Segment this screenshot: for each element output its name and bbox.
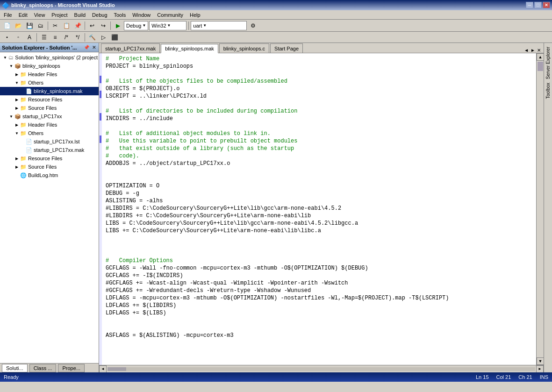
tb2-outdent[interactable]: ≡ — [50, 32, 60, 43]
expand-solution[interactable]: ▼ — [3, 56, 8, 60]
tab-blinky-mak[interactable]: blinky_spinloops.mak — [161, 44, 218, 53]
se-close-button[interactable]: ✕ — [91, 45, 97, 50]
hscroll-left-btn[interactable]: ◄ — [99, 365, 107, 373]
scroll-thumb[interactable] — [538, 62, 543, 71]
code-line-17 — [106, 175, 109, 182]
hscroll-right-btn[interactable]: ► — [536, 365, 544, 373]
expand-proj1[interactable]: ▼ — [8, 64, 14, 68]
menu-edit[interactable]: Edit — [16, 11, 30, 19]
status-ch: Ch 21 — [518, 374, 532, 380]
target-dropdown[interactable]: uart ▼ — [191, 21, 247, 30]
menu-community[interactable]: Community — [154, 11, 186, 19]
server-explorer-tab[interactable]: Server Explorer — [545, 45, 552, 81]
code-line-28: # Compiler Options — [106, 257, 173, 264]
tree-item-proj1[interactable]: ▼ 📦 blinky_spinloops — [0, 62, 99, 70]
tab-class[interactable]: Class ... — [29, 364, 57, 372]
tb2-btn3[interactable]: A — [24, 32, 35, 43]
platform-dropdown[interactable]: Win32 ▼ — [149, 21, 186, 30]
tree-item-buildlog[interactable]: 🌐 BuildLog.htm — [0, 171, 99, 179]
debug-config-dropdown[interactable]: Debug ▼ — [124, 21, 148, 30]
menu-help[interactable]: Help — [187, 11, 203, 19]
tree-item-solution[interactable]: ▼ 🗂 Solution 'blinky_spinloops' (2 proje… — [0, 53, 99, 62]
right-panel: Server Explorer Toolbox — [544, 43, 552, 372]
scroll-up-btn[interactable]: ▲ — [537, 53, 544, 61]
platform-value: Win32 — [151, 23, 166, 29]
tree-item-startup-lst[interactable]: 📄 startup_LPC17xx.lst — [0, 137, 99, 146]
expand-oth2[interactable]: ▼ — [14, 131, 20, 135]
solution-icon: 🗂 — [7, 54, 14, 61]
tree-item-startup-mak[interactable]: 📄 startup_LPC17xx.mak — [0, 146, 99, 154]
tb2-stop[interactable]: ⬛ — [109, 32, 120, 43]
tb2-run[interactable]: ▷ — [98, 32, 108, 43]
tree-item-blinky-mak[interactable]: 📄 blinky_spinloops.mak — [0, 87, 99, 95]
tree-item-resource-files1[interactable]: ▶ 📁 Resource Files — [0, 95, 99, 104]
menu-tools[interactable]: Tools — [111, 11, 129, 19]
open-file-button[interactable]: 📂 — [13, 21, 23, 31]
expand-oth1[interactable]: ▼ — [14, 81, 20, 85]
menu-file[interactable]: File — [1, 11, 15, 19]
new-file-button[interactable]: 📄 — [2, 21, 12, 31]
tb2-uncomment[interactable]: */ — [72, 32, 83, 43]
tab-close[interactable]: ✕ — [536, 48, 542, 53]
target-action-button[interactable]: ⚙ — [248, 21, 258, 31]
cut-button[interactable]: ✂ — [50, 21, 60, 31]
expand-proj2[interactable]: ▼ — [8, 114, 14, 119]
menu-project[interactable]: Project — [49, 11, 70, 19]
code-line-31: #GCFLAGS += -Wcast-align -Wcast-qual -Wi… — [106, 280, 348, 286]
se-bottom-tabs: Soluti... Class ... Prope... — [0, 363, 99, 372]
expand-sf1[interactable]: ▶ — [14, 106, 20, 110]
tb2-build[interactable]: 🔨 — [87, 32, 97, 43]
expand-rf2[interactable]: ▶ — [14, 157, 20, 161]
start-debug-button[interactable]: ▶ — [113, 21, 123, 31]
tree-item-resource-files2[interactable]: ▶ 📁 Resource Files — [0, 154, 99, 163]
maximize-button[interactable]: □ — [534, 2, 542, 8]
code-content[interactable]: # Project Name PROJECT = blinky_spinloop… — [102, 53, 536, 365]
tree-item-header-files1[interactable]: ▶ 📁 Header Files — [0, 70, 99, 78]
undo-button[interactable]: ↩ — [87, 21, 97, 31]
tab-start-page-label: Start Page — [274, 46, 299, 51]
menu-debug[interactable]: Debug — [89, 11, 110, 19]
hscroll-track[interactable] — [108, 367, 535, 371]
app-title: blinky_spinloops - Microsoft Visual Stud… — [11, 2, 115, 8]
editor-vertical-scrollbar[interactable]: ▲ ▼ — [536, 53, 544, 365]
se-pin-button[interactable]: 📌 — [83, 45, 90, 50]
expand-hf1[interactable]: ▶ — [14, 72, 20, 77]
tab-start-page[interactable]: Start Page — [270, 43, 303, 53]
tb2-indent[interactable]: ☰ — [39, 32, 49, 43]
menu-build[interactable]: Build — [72, 11, 88, 19]
tree-item-others2[interactable]: ▼ 📁 Others — [0, 129, 99, 137]
minimize-button[interactable]: ─ — [526, 2, 533, 8]
tab-blinky-c[interactable]: blinky_spinloops.c — [219, 43, 269, 53]
menu-view[interactable]: View — [31, 11, 48, 19]
tree-item-proj2[interactable]: ▼ 📦 startup_LPC17xx — [0, 112, 99, 121]
redo-button[interactable]: ↪ — [98, 21, 108, 31]
tab-solution[interactable]: Soluti... — [2, 364, 28, 372]
tree-item-header-files2[interactable]: ▶ 📁 Header Files — [0, 121, 99, 129]
code-line-24: LIBS += C:\CodeSourcery\SourceryG++Lite\… — [106, 228, 321, 234]
save-all-button[interactable]: 🗂 — [36, 21, 46, 31]
copy-button[interactable]: 📋 — [61, 21, 72, 31]
expand-hf2[interactable]: ▶ — [14, 123, 20, 127]
mak-icon: 📄 — [25, 87, 33, 95]
toolbox-tab[interactable]: Toolbox — [545, 81, 552, 100]
tb2-btn2[interactable]: ▫ — [13, 32, 23, 43]
tree-item-source-files1[interactable]: ▶ 📁 Source Files — [0, 104, 99, 112]
tab-startup-lpc[interactable]: startup_LPC17xx.mak — [101, 43, 160, 53]
save-button[interactable]: 💾 — [24, 21, 35, 31]
tree-item-others1[interactable]: ▼ 📁 Others — [0, 78, 99, 87]
tab-scroll-right[interactable]: ► — [530, 48, 536, 53]
expand-rf1[interactable]: ▶ — [14, 98, 20, 102]
tab-properties[interactable]: Prope... — [58, 364, 85, 372]
proj1-icon: 📦 — [14, 62, 22, 70]
tb2-btn1[interactable]: ▪ — [2, 32, 12, 43]
code-line-4: # List of the objects files to be compil… — [106, 78, 287, 85]
expand-sf2[interactable]: ▶ — [14, 165, 20, 169]
paste-button[interactable]: 📌 — [72, 21, 83, 31]
close-button[interactable]: ✕ — [543, 2, 550, 8]
tab-scroll-left[interactable]: ◄ — [523, 48, 530, 53]
hscroll-thumb[interactable] — [108, 367, 126, 371]
scroll-down-btn[interactable]: ▼ — [537, 357, 544, 365]
tree-item-source-files2[interactable]: ▶ 📁 Source Files — [0, 163, 99, 171]
menu-window[interactable]: Window — [129, 11, 153, 19]
tb2-comment[interactable]: /* — [61, 32, 72, 43]
